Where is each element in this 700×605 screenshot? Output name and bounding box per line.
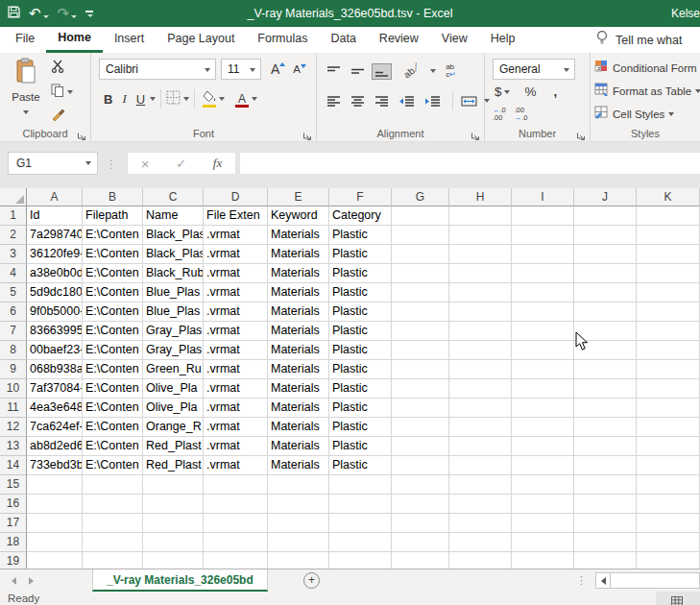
cell-E13[interactable]: Materials [268, 437, 329, 456]
cell-G13[interactable] [392, 437, 449, 456]
cell-G3[interactable] [392, 245, 449, 264]
underline-button[interactable]: U [132, 92, 150, 107]
row-header-1[interactable]: 1 [0, 206, 27, 226]
cell-H9[interactable] [449, 360, 512, 379]
cell-E18[interactable] [268, 533, 329, 552]
increase-decimal-button[interactable]: ←.0 .00 [493, 107, 506, 121]
cell-F19[interactable] [329, 552, 392, 569]
cell-E3[interactable]: Materials [268, 245, 329, 264]
cell-A12[interactable]: 7ca624ef-1 [27, 418, 83, 437]
format-as-table-button[interactable]: Format as Table [594, 83, 700, 100]
cell-F17[interactable] [329, 514, 392, 533]
cell-D5[interactable]: .vrmat [204, 283, 268, 302]
cell-H5[interactable] [449, 283, 512, 302]
paste-button[interactable]: Paste [6, 58, 46, 127]
cell-E10[interactable]: Materials [268, 379, 329, 399]
cell-K19[interactable] [637, 552, 700, 569]
cell-E8[interactable]: Materials [268, 341, 329, 360]
increase-indent-button[interactable] [422, 93, 444, 109]
cell-B11[interactable]: E:\Conten [83, 399, 143, 418]
cell-H10[interactable] [449, 379, 512, 399]
cell-G8[interactable] [392, 341, 449, 360]
row-header-11[interactable]: 11 [0, 399, 27, 418]
cell-C14[interactable]: Red_Plast [143, 456, 204, 475]
cell-B16[interactable] [83, 495, 143, 514]
cell-H6[interactable] [449, 302, 512, 322]
cell-I3[interactable] [512, 245, 574, 264]
cell-F5[interactable]: Plastic [329, 283, 392, 302]
cell-D17[interactable] [204, 514, 268, 533]
cell-F4[interactable]: Plastic [329, 264, 392, 283]
cell-K17[interactable] [637, 514, 700, 533]
cell-K5[interactable] [637, 283, 700, 302]
cell-D10[interactable]: .vrmat [204, 379, 268, 399]
chevron-down-icon[interactable] [252, 97, 257, 101]
column-header-K[interactable]: K [637, 188, 700, 206]
cell-J11[interactable] [574, 399, 637, 418]
cell-I5[interactable] [512, 283, 574, 302]
cell-J9[interactable] [574, 360, 637, 379]
cell-F8[interactable]: Plastic [329, 341, 392, 360]
cell-J5[interactable] [574, 283, 637, 302]
chevron-down-icon[interactable] [219, 97, 225, 101]
cell-A7[interactable]: 83663995- [27, 322, 83, 341]
chevron-down-icon[interactable] [504, 90, 510, 94]
font-size-combo[interactable]: 11 [221, 59, 261, 80]
column-header-J[interactable]: J [574, 188, 637, 206]
cell-J19[interactable] [574, 552, 637, 569]
cell-A1[interactable]: Id [27, 206, 83, 226]
cell-B1[interactable]: Filepath [83, 206, 143, 226]
cell-K14[interactable] [637, 456, 700, 475]
cell-E9[interactable]: Materials [268, 360, 329, 379]
cell-A18[interactable] [27, 533, 83, 552]
cell-K7[interactable] [637, 322, 700, 341]
font-name-combo[interactable]: Calibri [99, 59, 216, 80]
cell-C13[interactable]: Red_Plast [143, 437, 204, 456]
cell-B2[interactable]: E:\Conten [83, 226, 143, 245]
tab-bar-splitter[interactable]: ⋮ [576, 573, 587, 588]
cell-K8[interactable] [637, 341, 700, 360]
cell-A5[interactable]: 5d9dc180- [27, 283, 83, 302]
cell-F15[interactable] [329, 475, 392, 495]
row-header-9[interactable]: 9 [0, 360, 27, 379]
cell-A9[interactable]: 068b938a- [27, 360, 83, 379]
cell-D4[interactable]: .vrmat [204, 264, 268, 283]
cell-E15[interactable] [268, 475, 329, 495]
cell-A8[interactable]: 00baef23- [27, 341, 83, 360]
cell-J17[interactable] [574, 514, 637, 533]
cell-K9[interactable] [637, 360, 700, 379]
cell-F18[interactable] [329, 533, 392, 552]
cell-I15[interactable] [512, 475, 574, 495]
cell-A15[interactable] [27, 475, 83, 495]
cell-F11[interactable]: Plastic [329, 399, 392, 418]
bold-button[interactable]: B [99, 92, 117, 107]
cell-G4[interactable] [392, 264, 449, 283]
dialog-launcher-icon[interactable] [77, 128, 86, 137]
cell-C12[interactable]: Orange_R [143, 418, 204, 437]
cell-H4[interactable] [449, 264, 512, 283]
cell-B4[interactable]: E:\Conten [83, 264, 143, 283]
cell-G2[interactable] [392, 226, 449, 245]
bottom-align-button[interactable] [372, 63, 392, 80]
dialog-launcher-icon[interactable] [471, 128, 480, 137]
row-header-8[interactable]: 8 [0, 341, 27, 360]
row-header-18[interactable]: 18 [0, 533, 27, 552]
cell-C3[interactable]: Black_Plas [143, 245, 204, 264]
chevron-down-icon[interactable] [23, 110, 29, 114]
row-header-3[interactable]: 3 [0, 245, 27, 264]
row-header-5[interactable]: 5 [0, 283, 27, 302]
cell-J2[interactable] [574, 226, 637, 245]
cell-F3[interactable]: Plastic [329, 245, 392, 264]
cell-C1[interactable]: Name [143, 206, 204, 226]
cell-B5[interactable]: E:\Conten [83, 283, 143, 302]
cell-C15[interactable] [143, 475, 204, 495]
cell-C7[interactable]: Gray_Plas [143, 322, 204, 341]
cell-B15[interactable] [83, 475, 143, 495]
cell-G9[interactable] [392, 360, 449, 379]
align-center-button[interactable] [348, 93, 368, 109]
cell-A3[interactable]: 36120fe9- [27, 245, 83, 264]
cell-I9[interactable] [512, 360, 574, 379]
cell-styles-button[interactable]: Cell Styles [594, 106, 700, 123]
tab-view[interactable]: View [430, 27, 479, 53]
cell-D8[interactable]: .vrmat [204, 341, 268, 360]
